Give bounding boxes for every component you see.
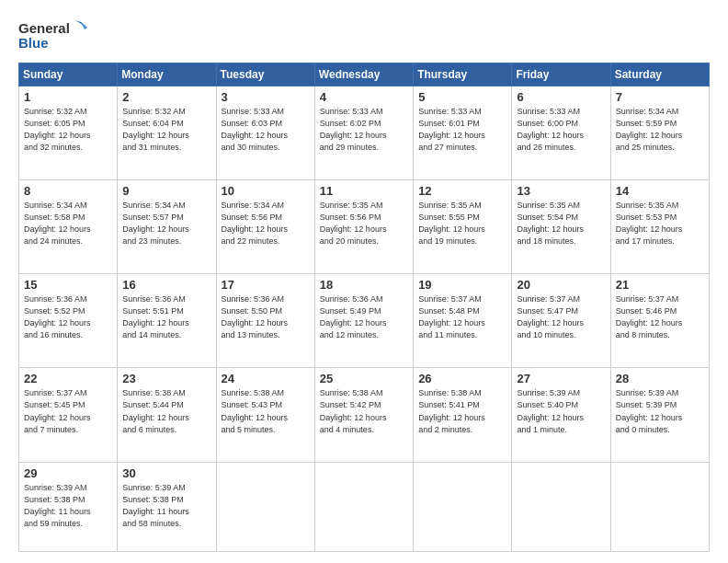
- calendar-cell: 11Sunrise: 5:35 AMSunset: 5:56 PMDayligh…: [314, 180, 413, 274]
- cell-details: Sunrise: 5:36 AMSunset: 5:50 PMDaylight:…: [222, 293, 310, 341]
- day-number: 11: [320, 184, 408, 198]
- cell-details: Sunrise: 5:35 AMSunset: 5:54 PMDaylight:…: [517, 200, 605, 247]
- calendar-cell: 17Sunrise: 5:36 AMSunset: 5:50 PMDayligh…: [216, 274, 314, 368]
- day-number: 10: [222, 184, 310, 198]
- calendar-cell: 26Sunrise: 5:38 AMSunset: 5:41 PMDayligh…: [414, 368, 512, 462]
- cell-details: Sunrise: 5:39 AMSunset: 5:38 PMDaylight:…: [122, 482, 210, 530]
- cell-details: Sunrise: 5:35 AMSunset: 5:53 PMDaylight:…: [616, 200, 704, 247]
- day-number: 8: [24, 184, 112, 198]
- day-number: 3: [222, 90, 310, 104]
- day-number: 26: [418, 372, 506, 385]
- calendar-cell: 9Sunrise: 5:34 AMSunset: 5:57 PMDaylight…: [118, 180, 216, 274]
- page: GeneralBlue SundayMondayTuesdayWednesday…: [0, 0, 728, 563]
- calendar-cell: 29Sunrise: 5:39 AMSunset: 5:38 PMDayligh…: [19, 462, 118, 551]
- cell-details: Sunrise: 5:36 AMSunset: 5:49 PMDaylight:…: [320, 293, 408, 341]
- calendar-cell: 15Sunrise: 5:36 AMSunset: 5:52 PMDayligh…: [19, 274, 118, 368]
- calendar-cell: 18Sunrise: 5:36 AMSunset: 5:49 PMDayligh…: [314, 274, 413, 368]
- calendar-cell: [610, 462, 709, 551]
- calendar-cell: 14Sunrise: 5:35 AMSunset: 5:53 PMDayligh…: [610, 180, 709, 274]
- day-number: 23: [122, 372, 210, 385]
- cell-details: Sunrise: 5:38 AMSunset: 5:44 PMDaylight:…: [122, 387, 210, 435]
- calendar-cell: 10Sunrise: 5:34 AMSunset: 5:56 PMDayligh…: [216, 180, 314, 274]
- calendar-cell: 27Sunrise: 5:39 AMSunset: 5:40 PMDayligh…: [512, 368, 610, 462]
- calendar-cell: 21Sunrise: 5:37 AMSunset: 5:46 PMDayligh…: [610, 274, 709, 368]
- calendar-cell: [414, 462, 512, 551]
- cell-details: Sunrise: 5:37 AMSunset: 5:45 PMDaylight:…: [24, 387, 112, 435]
- cell-details: Sunrise: 5:38 AMSunset: 5:41 PMDaylight:…: [418, 387, 506, 435]
- calendar-cell: 5Sunrise: 5:33 AMSunset: 6:01 PMDaylight…: [414, 86, 512, 180]
- col-header-wednesday: Wednesday: [314, 63, 413, 86]
- cell-details: Sunrise: 5:37 AMSunset: 5:47 PMDaylight:…: [517, 293, 605, 341]
- calendar-cell: 22Sunrise: 5:37 AMSunset: 5:45 PMDayligh…: [19, 368, 118, 462]
- calendar-table: SundayMondayTuesdayWednesdayThursdayFrid…: [18, 63, 710, 552]
- day-number: 17: [222, 278, 310, 292]
- header: GeneralBlue: [18, 17, 710, 53]
- calendar-cell: 1Sunrise: 5:32 AMSunset: 6:05 PMDaylight…: [19, 86, 118, 180]
- day-number: 1: [24, 90, 112, 104]
- day-number: 30: [122, 466, 210, 480]
- calendar-cell: 7Sunrise: 5:34 AMSunset: 5:59 PMDaylight…: [610, 86, 709, 180]
- cell-details: Sunrise: 5:33 AMSunset: 6:02 PMDaylight:…: [320, 106, 408, 154]
- day-number: 27: [517, 372, 605, 385]
- logo: GeneralBlue: [18, 17, 92, 53]
- cell-details: Sunrise: 5:36 AMSunset: 5:51 PMDaylight:…: [122, 293, 210, 341]
- col-header-thursday: Thursday: [414, 63, 512, 86]
- cell-details: Sunrise: 5:35 AMSunset: 5:55 PMDaylight:…: [418, 200, 506, 247]
- cell-details: Sunrise: 5:34 AMSunset: 5:57 PMDaylight:…: [122, 200, 210, 247]
- cell-details: Sunrise: 5:35 AMSunset: 5:56 PMDaylight:…: [320, 200, 408, 247]
- day-number: 18: [320, 278, 408, 292]
- calendar-cell: 6Sunrise: 5:33 AMSunset: 6:00 PMDaylight…: [512, 86, 610, 180]
- cell-details: Sunrise: 5:32 AMSunset: 6:04 PMDaylight:…: [122, 106, 210, 154]
- cell-details: Sunrise: 5:38 AMSunset: 5:43 PMDaylight:…: [222, 387, 310, 435]
- calendar-cell: 16Sunrise: 5:36 AMSunset: 5:51 PMDayligh…: [118, 274, 216, 368]
- logo-svg: GeneralBlue: [18, 17, 92, 53]
- calendar-cell: 4Sunrise: 5:33 AMSunset: 6:02 PMDaylight…: [314, 86, 413, 180]
- col-header-monday: Monday: [118, 63, 216, 86]
- col-header-sunday: Sunday: [19, 63, 118, 86]
- day-number: 12: [418, 184, 506, 198]
- cell-details: Sunrise: 5:34 AMSunset: 5:58 PMDaylight:…: [24, 200, 112, 247]
- day-number: 9: [122, 184, 210, 198]
- day-number: 16: [122, 278, 210, 292]
- cell-details: Sunrise: 5:37 AMSunset: 5:46 PMDaylight:…: [616, 293, 704, 341]
- day-number: 14: [616, 184, 704, 198]
- svg-text:Blue: Blue: [18, 35, 49, 51]
- day-number: 22: [24, 372, 112, 385]
- col-header-friday: Friday: [512, 63, 610, 86]
- calendar-cell: 19Sunrise: 5:37 AMSunset: 5:48 PMDayligh…: [414, 274, 512, 368]
- day-number: 4: [320, 90, 408, 104]
- calendar-cell: 2Sunrise: 5:32 AMSunset: 6:04 PMDaylight…: [118, 86, 216, 180]
- calendar-cell: 8Sunrise: 5:34 AMSunset: 5:58 PMDaylight…: [19, 180, 118, 274]
- col-header-saturday: Saturday: [610, 63, 709, 86]
- calendar-cell: [216, 462, 314, 551]
- col-header-tuesday: Tuesday: [216, 63, 314, 86]
- cell-details: Sunrise: 5:34 AMSunset: 5:56 PMDaylight:…: [222, 200, 310, 247]
- cell-details: Sunrise: 5:36 AMSunset: 5:52 PMDaylight:…: [24, 293, 112, 341]
- day-number: 28: [616, 372, 704, 385]
- calendar-cell: 12Sunrise: 5:35 AMSunset: 5:55 PMDayligh…: [414, 180, 512, 274]
- day-number: 13: [517, 184, 605, 198]
- svg-marker-3: [81, 22, 87, 29]
- day-number: 2: [122, 90, 210, 104]
- cell-details: Sunrise: 5:34 AMSunset: 5:59 PMDaylight:…: [616, 106, 704, 154]
- calendar-cell: [512, 462, 610, 551]
- cell-details: Sunrise: 5:33 AMSunset: 6:01 PMDaylight:…: [418, 106, 506, 154]
- calendar-cell: 3Sunrise: 5:33 AMSunset: 6:03 PMDaylight…: [216, 86, 314, 180]
- calendar-cell: 13Sunrise: 5:35 AMSunset: 5:54 PMDayligh…: [512, 180, 610, 274]
- day-number: 6: [517, 90, 605, 104]
- day-number: 25: [320, 372, 408, 385]
- day-number: 5: [418, 90, 506, 104]
- calendar-cell: 23Sunrise: 5:38 AMSunset: 5:44 PMDayligh…: [118, 368, 216, 462]
- calendar-cell: 28Sunrise: 5:39 AMSunset: 5:39 PMDayligh…: [610, 368, 709, 462]
- cell-details: Sunrise: 5:33 AMSunset: 6:03 PMDaylight:…: [222, 106, 310, 154]
- calendar-cell: [314, 462, 413, 551]
- day-number: 7: [616, 90, 704, 104]
- calendar-cell: 30Sunrise: 5:39 AMSunset: 5:38 PMDayligh…: [118, 462, 216, 551]
- day-number: 19: [418, 278, 506, 292]
- cell-details: Sunrise: 5:39 AMSunset: 5:40 PMDaylight:…: [517, 387, 605, 435]
- cell-details: Sunrise: 5:39 AMSunset: 5:39 PMDaylight:…: [616, 387, 704, 435]
- day-number: 24: [222, 372, 310, 385]
- day-number: 29: [24, 466, 112, 480]
- cell-details: Sunrise: 5:39 AMSunset: 5:38 PMDaylight:…: [24, 482, 112, 530]
- cell-details: Sunrise: 5:33 AMSunset: 6:00 PMDaylight:…: [517, 106, 605, 154]
